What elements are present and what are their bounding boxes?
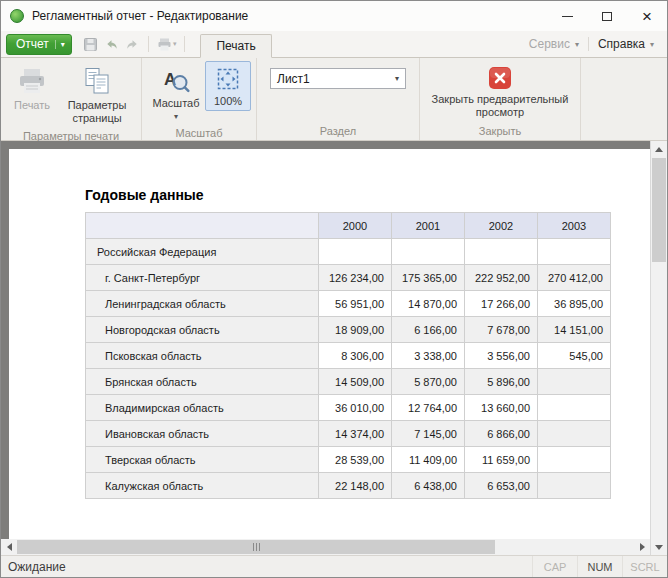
horizontal-scrollbar[interactable] xyxy=(1,539,650,555)
value-cell: 6 653,00 xyxy=(465,473,538,499)
row-label: Ленинградская область xyxy=(86,291,319,317)
redo-icon xyxy=(125,37,140,52)
page-viewport: Годовые данные 2000200120022003 Российск… xyxy=(1,141,650,539)
value-cell: 270 412,00 xyxy=(538,265,611,291)
value-cell: 13 660,00 xyxy=(465,395,538,421)
chevron-down-icon: ▾ xyxy=(174,112,178,122)
quick-print-button[interactable]: ▾ xyxy=(154,36,180,53)
value-cell: 18 909,00 xyxy=(319,317,392,343)
corner-header xyxy=(86,213,319,239)
row-label: Брянская область xyxy=(86,369,319,395)
vertical-scrollbar[interactable] xyxy=(650,141,667,555)
service-menu[interactable]: Сервис ▾ xyxy=(522,31,586,57)
sheet-select[interactable]: Лист1 ▾ xyxy=(270,68,406,89)
menubar: Отчет ▾ ▾ Печать Сервис xyxy=(1,31,667,57)
ribbon-filler xyxy=(581,58,667,140)
statusbar: Ожидание CAP NUM SCRL xyxy=(1,555,667,577)
save-icon xyxy=(83,37,98,52)
value-cell xyxy=(465,239,538,265)
value-cell: 12 764,00 xyxy=(392,395,465,421)
horizontal-scroll-thumb[interactable] xyxy=(17,540,495,554)
zoom-100-button[interactable]: 100% xyxy=(205,61,251,111)
value-cell xyxy=(538,421,611,447)
report-table: 2000200120022003 Российская Федерацияг. … xyxy=(85,212,611,499)
save-button[interactable] xyxy=(80,36,101,53)
row-label: г. Санкт-Петербург xyxy=(86,265,319,291)
tab-print[interactable]: Печать xyxy=(200,34,271,58)
value-cell: 3 556,00 xyxy=(465,343,538,369)
scroll-down-button[interactable] xyxy=(651,539,667,555)
undo-icon xyxy=(104,37,119,52)
value-cell: 6 438,00 xyxy=(392,473,465,499)
scroll-right-button[interactable] xyxy=(634,539,650,555)
value-cell xyxy=(392,239,465,265)
close-preview-label: Закрыть предварительный просмотр xyxy=(429,93,571,119)
value-cell: 3 338,00 xyxy=(392,343,465,369)
value-cell: 545,00 xyxy=(538,343,611,369)
tab-print-label: Печать xyxy=(216,39,255,53)
service-menu-label: Сервис xyxy=(529,37,570,51)
value-cell: 22 148,00 xyxy=(319,473,392,499)
preview-canvas: Годовые данные 2000200120022003 Российск… xyxy=(1,141,650,555)
value-cell xyxy=(538,395,611,421)
table-row: Тверская область28 539,0011 409,0011 659… xyxy=(86,447,611,473)
value-cell: 14 509,00 xyxy=(319,369,392,395)
column-header: 2001 xyxy=(392,213,465,239)
app-window: Регламентный отчет - Редактирование × От… xyxy=(0,0,668,578)
toolbar-separator xyxy=(184,36,185,52)
report-menu-button[interactable]: Отчет ▾ xyxy=(6,34,72,55)
value-cell xyxy=(319,239,392,265)
value-cell: 175 365,00 xyxy=(392,265,465,291)
page-setup-button[interactable]: Параметры страницы xyxy=(58,61,136,128)
cap-indicator: CAP xyxy=(532,556,577,577)
value-cell xyxy=(538,473,611,499)
scroll-left-button[interactable] xyxy=(1,539,17,555)
value-cell: 56 951,00 xyxy=(319,291,392,317)
minimize-button[interactable] xyxy=(547,1,587,31)
group-caption-section: Раздел xyxy=(257,123,419,140)
value-cell: 36 010,00 xyxy=(319,395,392,421)
value-cell: 7 678,00 xyxy=(465,317,538,343)
table-row: Новгородская область18 909,006 166,007 6… xyxy=(86,317,611,343)
value-cell: 11 659,00 xyxy=(465,447,538,473)
maximize-button[interactable] xyxy=(587,1,627,31)
print-button[interactable]: Печать xyxy=(6,61,58,115)
num-indicator: NUM xyxy=(577,556,622,577)
zoom-100-label: 100% xyxy=(214,95,242,108)
value-cell: 8 306,00 xyxy=(319,343,392,369)
table-row: г. Санкт-Петербург126 234,00175 365,0022… xyxy=(86,265,611,291)
page-setup-label: Параметры страницы xyxy=(62,99,132,125)
maximize-icon xyxy=(602,12,612,21)
close-icon: × xyxy=(642,8,652,25)
redo-button[interactable] xyxy=(122,36,143,53)
ribbon: Печать Параметры страницы Параметры печа… xyxy=(1,57,667,141)
scroll-up-button[interactable] xyxy=(651,141,667,157)
print-button-label: Печать xyxy=(14,99,50,112)
table-row: Ивановская область14 374,007 145,006 866… xyxy=(86,421,611,447)
column-header: 2003 xyxy=(538,213,611,239)
ribbon-group-section: Лист1 ▾ Раздел xyxy=(257,58,420,140)
value-cell: 14 151,00 xyxy=(538,317,611,343)
right-menus: Сервис ▾ Справка ▾ xyxy=(522,31,661,57)
app-icon xyxy=(10,9,24,23)
vertical-scroll-thumb[interactable] xyxy=(652,158,666,262)
zoom-selection-icon xyxy=(215,66,241,92)
arrow-down-icon xyxy=(655,545,663,550)
row-label: Ивановская область xyxy=(86,421,319,447)
report-page: Годовые данные 2000200120022003 Российск… xyxy=(9,149,650,539)
titlebar: Регламентный отчет - Редактирование × xyxy=(1,1,667,31)
value-cell: 14 374,00 xyxy=(319,421,392,447)
group-caption-scale: Масштаб xyxy=(142,125,256,141)
table-row: Владимирская область36 010,0012 764,0013… xyxy=(86,395,611,421)
help-menu[interactable]: Справка ▾ xyxy=(591,31,661,57)
value-cell: 126 234,00 xyxy=(319,265,392,291)
scale-icon: A xyxy=(162,66,190,94)
chevron-down-icon: ▾ xyxy=(173,40,177,48)
page-title: Годовые данные xyxy=(85,187,650,203)
undo-button[interactable] xyxy=(101,36,122,53)
close-preview-button[interactable]: Закрыть предварительный просмотр xyxy=(425,61,575,122)
close-button[interactable]: × xyxy=(627,1,667,31)
scale-button[interactable]: A Масштаб ▾ xyxy=(147,61,205,125)
table-row: Псковская область8 306,003 338,003 556,0… xyxy=(86,343,611,369)
table-row: Российская Федерация xyxy=(86,239,611,265)
